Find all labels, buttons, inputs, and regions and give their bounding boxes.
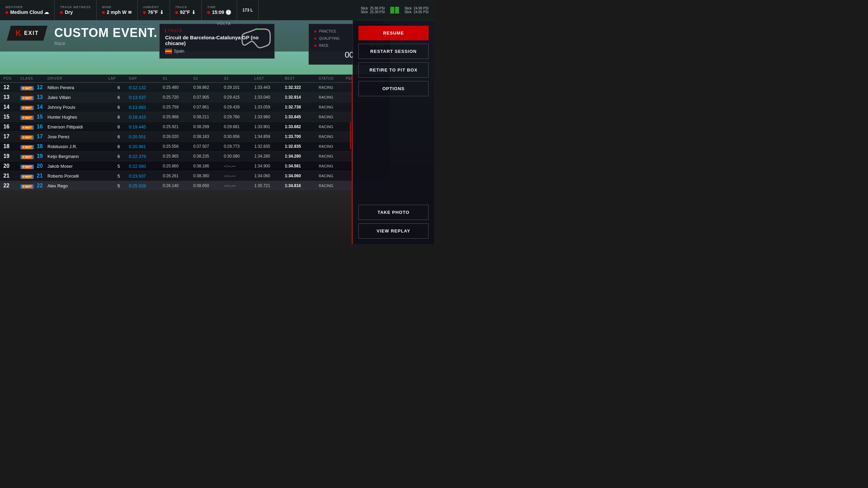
col-class: CLASS	[20, 77, 47, 80]
row-s3: --:--.---	[224, 174, 254, 178]
row-gap: 0:22.560	[129, 164, 163, 169]
row-s1: 0:25.480	[163, 85, 193, 90]
row-driver: Emerson Fittipaldi	[47, 124, 108, 129]
scroll-indicator[interactable]	[350, 122, 351, 149]
row-best: 1:33.682	[285, 124, 319, 129]
row-lap: 5	[108, 183, 129, 188]
row-status: RACING	[319, 95, 346, 99]
restart-session-button[interactable]: RESTART SESSION	[358, 44, 429, 59]
row-status: RACING	[319, 174, 346, 178]
row-pos: 19	[3, 153, 20, 159]
hud-track-temp: TRACK 92°F 🌡	[170, 0, 202, 20]
col-best: BEST	[285, 77, 319, 80]
row-status: RACING	[319, 115, 346, 119]
row-s2: 0:38.211	[193, 115, 224, 119]
row-gap: 0:20.961	[129, 144, 163, 149]
row-s1: 0:25.860	[163, 164, 193, 168]
ambient-value: 76°F 🌡	[143, 9, 164, 15]
row-last: 1:34.900	[254, 164, 285, 168]
row-best: 1:33.700	[285, 134, 319, 139]
row-driver: Roberto Porcelli	[47, 174, 108, 179]
row-last: 1:32.835	[254, 144, 285, 149]
track-wetness-value: Dry	[60, 9, 91, 15]
hud-weather: WEATHER Medium Cloud ☁	[0, 0, 55, 20]
tire-fr-psi: 25.39 PSI	[370, 10, 385, 14]
col-s2: S2	[193, 77, 224, 80]
row-s3: --:--.---	[224, 183, 254, 188]
options-button[interactable]: OPTIONS	[358, 81, 429, 96]
row-s2: 0:37.861	[193, 105, 224, 109]
row-s2: 0:38.650	[193, 183, 224, 188]
tire-info-panel: Slick 25.86 PSI Slick 25.39 PSI Slick 24…	[355, 6, 434, 14]
view-replay-button[interactable]: VIEW REPLAY	[358, 223, 429, 239]
table-row: 12 F RET² 12 Nilton Pereira 6 0:12.132 0…	[0, 83, 390, 93]
row-gap: 0:25.928	[129, 183, 163, 188]
row-s1: 0:26.261	[163, 174, 193, 178]
tire-rr-psi: 24.65 PSI	[414, 10, 429, 14]
row-s2: 0:37.905	[193, 95, 224, 100]
table-row: 14 F RET² 14 Johnny Proulx 6 0:13.663 0:…	[0, 102, 390, 112]
row-pos: 12	[3, 84, 20, 90]
row-lap: 6	[108, 105, 129, 110]
tire-fr-label: Slick	[361, 10, 368, 14]
retire-to-pit-box-button[interactable]: RETIRE TO PIT BOX	[358, 62, 429, 78]
row-s2: 0:38.862	[193, 85, 224, 90]
time-value: 15:09 🕐	[207, 9, 231, 15]
row-best: 1:32.322	[285, 85, 319, 90]
row-pos: 13	[3, 94, 20, 100]
row-s1: 0:25.968	[163, 115, 193, 119]
row-s1: 0:25.556	[163, 144, 193, 149]
row-lap: 6	[108, 124, 129, 129]
table-row: 15 F RET² 15 Hunter Hughes 6 0:18.415 0:…	[0, 112, 390, 122]
hud-track-wetness: TRACK WETNESS Dry	[55, 0, 97, 20]
wind-value: 2 mph W ≋	[102, 9, 132, 15]
row-best: 1:34.581	[285, 164, 319, 168]
exit-button[interactable]: K EXIT	[7, 26, 47, 41]
track-map	[239, 25, 273, 53]
standings-body: 12 F RET² 12 Nilton Pereira 6 0:12.132 0…	[0, 83, 390, 191]
row-s2: 0:38.186	[193, 164, 224, 168]
time-label: TIME	[207, 5, 231, 9]
row-lap: 6	[108, 95, 129, 100]
table-row: 21 F RET² 21 Roberto Porcelli 5 0:23.937…	[0, 171, 390, 181]
row-s2: 0:38.235	[193, 154, 224, 159]
take-photo-button[interactable]: TAKE PHOTO	[358, 205, 429, 220]
row-s1: 0:26.020	[163, 134, 193, 139]
tire-fl-psi: 25.86 PSI	[370, 6, 385, 10]
row-s3: 0:29.439	[224, 105, 254, 109]
tire-fl-label: Slick	[361, 6, 368, 10]
ambient-label: AMBIENT	[143, 5, 164, 9]
weather-value: Medium Cloud ☁	[5, 9, 49, 15]
row-s1: 0:25.921	[163, 124, 193, 129]
row-last: 1:33.059	[254, 105, 285, 109]
resume-button[interactable]: RESUME	[358, 26, 429, 40]
row-s3: 0:30.080	[224, 154, 254, 159]
row-best: 1:32.914	[285, 95, 319, 100]
table-row: 20 F RET² 20 Jakob Moser 5 0:22.560 0:25…	[0, 161, 390, 171]
svg-point-0	[256, 28, 257, 30]
row-gap: 0:13.663	[129, 105, 163, 110]
table-row: 16 F RET² 16 Emerson Fittipaldi 6 0:19.4…	[0, 122, 390, 132]
exit-label: EXIT	[24, 30, 39, 36]
col-pos: POS	[3, 77, 20, 80]
row-best: 1:34.280	[285, 154, 319, 159]
tire-rl-psi: 24.99 PSI	[414, 6, 429, 10]
table-header: POS CLASS DRIVER LAP GAP S1 S2 S3 LAST B…	[0, 75, 390, 83]
row-status: RACING	[319, 164, 346, 168]
row-s3: --:--.---	[224, 164, 254, 168]
row-status: RACING	[319, 125, 346, 129]
wind-label: WIND	[102, 5, 132, 9]
col-last: LAST	[254, 77, 285, 80]
row-last: 1:33.040	[254, 95, 285, 100]
row-class: F RET² 12	[20, 84, 47, 90]
tire-rl-label: Slick	[405, 6, 412, 10]
table-row: 19 F RET² 19 Keijo Bergmann 6 0:22.379 0…	[0, 151, 390, 161]
tire-rl-info: Slick 24.99 PSI Slick 24.65 PSI	[405, 6, 429, 14]
row-s2: 0:38.183	[193, 134, 224, 139]
row-last: 1:33.901	[254, 124, 285, 129]
row-best: 1:34.060	[285, 174, 319, 178]
row-driver: Hunter Hughes	[47, 115, 108, 120]
fuel-value: 173 L	[242, 8, 253, 13]
row-pos: 21	[3, 173, 20, 179]
row-gap: 0:22.379	[129, 154, 163, 159]
